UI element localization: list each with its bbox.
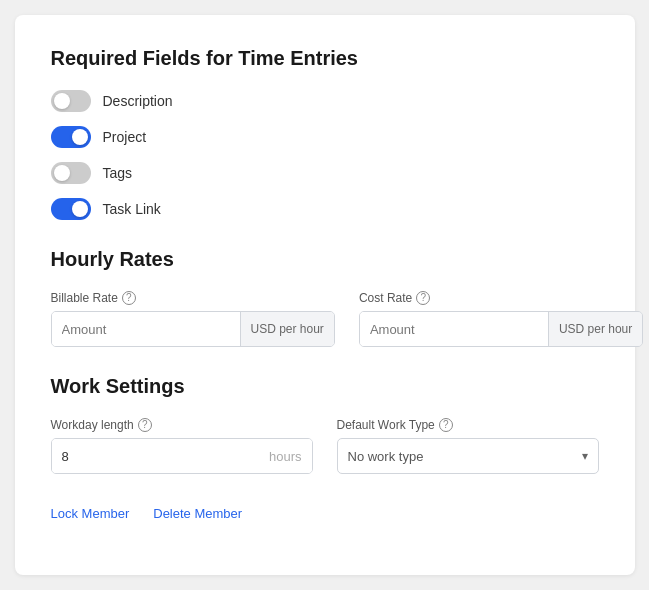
work-settings-title: Work Settings <box>51 375 599 398</box>
required-fields-section: Required Fields for Time Entries Descrip… <box>51 47 599 220</box>
hours-unit-label: hours <box>259 439 312 473</box>
toggle-tags[interactable] <box>51 162 91 184</box>
default-work-type-help-icon[interactable]: ? <box>439 418 453 432</box>
default-work-type-field: Default Work Type ? No work type ▾ <box>337 418 599 474</box>
delete-member-button[interactable]: Delete Member <box>153 506 242 521</box>
work-row: Workday length ? hours Default Work Type… <box>51 418 599 474</box>
billable-rate-help-icon[interactable]: ? <box>122 291 136 305</box>
toggle-label-project: Project <box>103 129 147 145</box>
billable-rate-unit: USD per hour <box>240 312 334 346</box>
default-work-type-label: Default Work Type ? <box>337 418 599 432</box>
toggle-label-tags: Tags <box>103 165 133 181</box>
cost-rate-input[interactable] <box>360 312 548 346</box>
default-work-type-select[interactable]: No work type ▾ <box>337 438 599 474</box>
toggle-row-project: Project <box>51 126 599 148</box>
toggle-row-task-link: Task Link <box>51 198 599 220</box>
billable-rate-field: Billable Rate ? USD per hour <box>51 291 335 347</box>
required-fields-title: Required Fields for Time Entries <box>51 47 599 70</box>
settings-card: Required Fields for Time Entries Descrip… <box>15 15 635 575</box>
hourly-rates-title: Hourly Rates <box>51 248 599 271</box>
cost-rate-input-wrap: USD per hour <box>359 311 643 347</box>
workday-length-help-icon[interactable]: ? <box>138 418 152 432</box>
lock-member-button[interactable]: Lock Member <box>51 506 130 521</box>
cost-rate-unit: USD per hour <box>548 312 642 346</box>
toggle-description[interactable] <box>51 90 91 112</box>
cost-rate-field: Cost Rate ? USD per hour <box>359 291 643 347</box>
footer-links: Lock Member Delete Member <box>51 506 599 521</box>
toggle-label-task-link: Task Link <box>103 201 161 217</box>
work-settings-section: Work Settings Workday length ? hours Def… <box>51 375 599 474</box>
toggle-label-description: Description <box>103 93 173 109</box>
toggle-row-description: Description <box>51 90 599 112</box>
billable-rate-input[interactable] <box>52 312 240 346</box>
chevron-down-icon: ▾ <box>572 449 598 463</box>
workday-length-input[interactable] <box>52 439 259 473</box>
workday-length-field: Workday length ? hours <box>51 418 313 474</box>
rates-row: Billable Rate ? USD per hour Cost Rate ?… <box>51 291 599 347</box>
toggle-row-tags: Tags <box>51 162 599 184</box>
cost-rate-label: Cost Rate ? <box>359 291 643 305</box>
default-work-type-value: No work type <box>338 449 572 464</box>
toggle-task-link[interactable] <box>51 198 91 220</box>
hourly-rates-section: Hourly Rates Billable Rate ? USD per hou… <box>51 248 599 347</box>
workday-length-label: Workday length ? <box>51 418 313 432</box>
billable-rate-label: Billable Rate ? <box>51 291 335 305</box>
workday-length-input-wrap: hours <box>51 438 313 474</box>
toggle-project[interactable] <box>51 126 91 148</box>
cost-rate-help-icon[interactable]: ? <box>416 291 430 305</box>
billable-rate-input-wrap: USD per hour <box>51 311 335 347</box>
